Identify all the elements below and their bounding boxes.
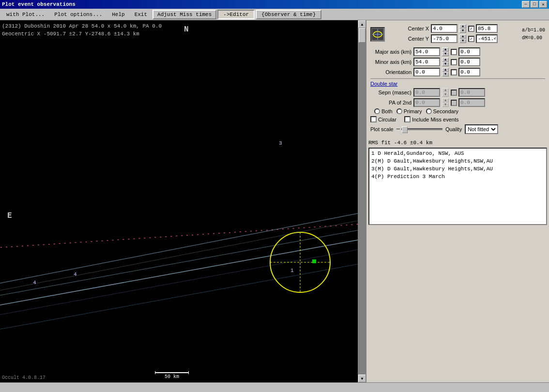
- scale-text: 50 km: [165, 374, 179, 379]
- center-x-down[interactable]: ▼: [459, 29, 466, 33]
- radio-primary[interactable]: [396, 108, 402, 114]
- center-x-checkbox[interactable]: ✓: [468, 26, 474, 32]
- major-axis-result: [458, 47, 480, 56]
- radio-secondary-text: Secondary: [433, 108, 459, 114]
- minor-axis-up[interactable]: ▲: [442, 58, 449, 62]
- center-y-down[interactable]: ▼: [459, 39, 466, 43]
- quality-label: Quality: [445, 126, 462, 132]
- orientation-down[interactable]: ▼: [442, 72, 449, 76]
- plot-scrollbar[interactable]: ▲ ▼: [358, 20, 366, 382]
- scale-line: [155, 372, 189, 373]
- orientation-label: Orientation: [370, 69, 412, 75]
- major-axis-checkbox[interactable]: [451, 49, 457, 55]
- obs-line-2: 2(M) D Gault,Hawkesbury Heights,NSW,AU: [371, 157, 544, 165]
- scroll-down-button[interactable]: ▼: [358, 375, 366, 382]
- rms-text: RMS fit -4.6 ±0.4 km: [368, 140, 547, 146]
- center-x-row: Center X ▲ ▼ ✓: [388, 24, 519, 33]
- scale-minus[interactable]: ─: [396, 126, 400, 133]
- menu-bar: with Plot... Plot options... Help Exit A…: [0, 9, 549, 20]
- slider-thumb[interactable]: [402, 126, 408, 133]
- sepn-up: ▲: [442, 88, 449, 92]
- major-axis-spinner[interactable]: ▲ ▼: [442, 47, 449, 56]
- center-x-result: [476, 24, 498, 33]
- plot-info: (2312) Duboshin 2010 Apr 28 54.0 x 54.0 …: [2, 22, 162, 38]
- scale-slider[interactable]: [401, 128, 442, 130]
- double-star-link[interactable]: Double star: [370, 81, 545, 87]
- adjust-miss-times-button[interactable]: Adjust Miss times: [152, 10, 216, 19]
- north-label: N: [184, 25, 189, 34]
- status-bar: [0, 382, 549, 392]
- menu-with-plot[interactable]: with Plot...: [2, 10, 49, 19]
- scrollbar-thumb[interactable]: [359, 28, 366, 43]
- obs-line-1: 1 D Herald,Gundaroo, NSW, AUS: [371, 150, 544, 157]
- minor-axis-checkbox-group: [451, 58, 480, 66]
- center-x-checkbox-group: ✓: [468, 24, 498, 33]
- observations-box[interactable]: 1 D Herald,Gundaroo, NSW, AUS 2(M) D Gau…: [368, 148, 547, 225]
- center-y-spinner[interactable]: ▲ ▼: [459, 34, 466, 43]
- version-label: Occult 4.0.8.17: [2, 375, 46, 380]
- title-bar: Plot event observations ─ □ ✕: [0, 0, 549, 9]
- quality-select[interactable]: Not fitted Poor Fair Good Excellent: [465, 124, 498, 134]
- orientation-up[interactable]: ▲: [442, 68, 449, 72]
- pa2nd-row: PA of 2nd ▲ ▼: [370, 98, 545, 107]
- svg-line-0: [0, 238, 366, 306]
- obs-line-4: 4(P) Prediction 3 March: [371, 173, 544, 181]
- sepn-result: [458, 88, 485, 97]
- observer-time-tab[interactable]: {Observer & time}: [256, 10, 321, 19]
- orientation-spinner[interactable]: ▲ ▼: [442, 68, 449, 76]
- scrollbar-track[interactable]: [358, 28, 366, 375]
- maximize-button[interactable]: □: [531, 1, 538, 8]
- sepn-label: Sepn (masec): [370, 90, 412, 95]
- radio-secondary-label[interactable]: Secondary: [426, 108, 459, 114]
- radio-secondary[interactable]: [426, 108, 432, 114]
- radio-both-text: Both: [381, 108, 393, 114]
- center-x-up[interactable]: ▲: [459, 24, 466, 29]
- minor-axis-checkbox[interactable]: [451, 59, 457, 65]
- plot-area[interactable]: 1 3 4 4 (2312) Duboshin 2010 Apr 28 54.0…: [0, 20, 366, 382]
- right-panel: Center X ▲ ▼ ✓ Center Y: [366, 20, 549, 382]
- major-axis-down[interactable]: ▼: [442, 52, 449, 56]
- include-miss-label[interactable]: Include Miss events: [404, 116, 459, 122]
- minor-axis-row: Minor axis (km) ▲ ▼: [370, 58, 545, 66]
- bottom-checkboxes: Circular Include Miss events: [370, 116, 545, 122]
- ratio-text1: a/b=1.00: [522, 27, 545, 34]
- circular-checkbox[interactable]: [370, 116, 377, 122]
- center-y-up[interactable]: ▲: [459, 34, 466, 39]
- menu-plot-options[interactable]: Plot options...: [50, 10, 107, 19]
- radio-both-label[interactable]: Both: [374, 108, 393, 114]
- menu-exit[interactable]: Exit: [130, 10, 152, 19]
- circular-label[interactable]: Circular: [370, 116, 396, 122]
- minor-axis-down[interactable]: ▼: [442, 62, 449, 66]
- menu-help[interactable]: Help: [107, 10, 129, 19]
- scroll-up-button[interactable]: ▲: [358, 20, 366, 28]
- svg-text:3: 3: [279, 140, 282, 146]
- minor-axis-spinner[interactable]: ▲ ▼: [442, 58, 449, 66]
- plot-scale-row: Plot scale ─ Quality Not fitted Poor Fai…: [370, 124, 545, 134]
- close-button[interactable]: ✕: [539, 1, 547, 8]
- minor-axis-input[interactable]: [413, 58, 440, 66]
- east-label: E: [7, 211, 12, 220]
- orientation-checkbox[interactable]: [451, 69, 457, 75]
- radio-primary-label[interactable]: Primary: [396, 108, 422, 114]
- sepn-input: [413, 88, 440, 97]
- major-axis-input[interactable]: [413, 47, 440, 56]
- center-x-label: Center X: [388, 26, 429, 31]
- center-x-input[interactable]: [431, 24, 458, 33]
- pa2nd-input: [413, 98, 440, 107]
- svg-line-3: [0, 248, 366, 316]
- include-miss-text: Include Miss events: [412, 117, 459, 122]
- orientation-input[interactable]: [413, 68, 440, 76]
- minimize-button[interactable]: ─: [522, 1, 530, 8]
- radio-both[interactable]: [374, 108, 380, 114]
- center-y-checkbox[interactable]: ✓: [468, 36, 474, 42]
- include-miss-checkbox[interactable]: [404, 116, 411, 122]
- center-x-spinner[interactable]: ▲ ▼: [459, 24, 466, 33]
- editor-tab[interactable]: ->Editor: [217, 10, 255, 19]
- major-axis-up[interactable]: ▲: [442, 47, 449, 52]
- plot-info-line2: Geocentric X -5091.7 ±2.7 Y-2748.6 ±14.3…: [2, 30, 162, 38]
- svg-line-1: [0, 228, 366, 296]
- pa2nd-label: PA of 2nd: [370, 100, 412, 106]
- svg-text:1: 1: [290, 268, 294, 273]
- center-y-input[interactable]: [431, 34, 458, 43]
- svg-line-13: [0, 211, 366, 284]
